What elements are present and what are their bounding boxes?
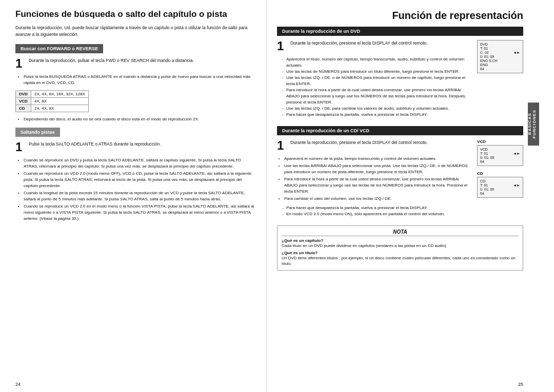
nota-a2: Un DVD tiene diferentes títulos ; por ej…	[282, 255, 519, 266]
cdvcd-bullet-2: Use las teclas ARRIBA/ ABAJO para selecc…	[284, 163, 473, 175]
table-cell-vcd-value: 4X, 8X	[31, 97, 89, 105]
dvd-display: DVD T: 01 C: 02◄► 0: 01: 09 ENG S.CH ENG…	[477, 40, 523, 73]
cdvcd-content: 1 Durante la reproducción, presione el t…	[277, 139, 473, 220]
buscar-bullets: Pulse la tecla BUSQUEDA ATRAS o ADELANTE…	[15, 74, 256, 86]
table-cell-dvd-label: DVD	[16, 90, 31, 97]
saltando-bullet-1: Cuando se reproduce un DVD y pulsa la te…	[24, 157, 256, 170]
saltando-bullets: Cuando se reproduce un DVD y pulsa la te…	[15, 157, 256, 222]
nota-q1: ¿Qué es un capítulo?	[282, 238, 519, 243]
buscar-bullet-2: Dependiendo del disco, el audio no se oi…	[24, 116, 256, 122]
cd-display-row-time: 0: 01: 09	[480, 188, 520, 191]
cdvcd-dash-2: En modo VCD 2.0 (modo menú ON), sólo apa…	[282, 211, 473, 217]
vcd-display-row-time: 0: 01: 09	[480, 156, 520, 159]
cd-display-row-t01: T: 01◄►	[480, 183, 520, 187]
buscar-step1-text: Durante la reproducción, pulsar el tecla…	[29, 57, 256, 64]
buscar-step1: 1 Durante la reproducción, pulsar el tec…	[15, 57, 256, 70]
saltando-step1: 1 Pulse la tecla SALTO ADELANTE o ATRAS …	[15, 141, 256, 153]
cdvcd-bullet-4: Para cambiar el valor del volumen, use l…	[284, 196, 473, 202]
dvd-display-row-c02: C: 02◄►	[480, 51, 520, 54]
dvd-display-row-eng2: ENG	[480, 63, 520, 67]
cdvcd-bullet-3: Para introducir la hora a partir de la c…	[284, 176, 473, 195]
cdvcd-step1-text: Durante la reproducción, presione el tec…	[290, 139, 473, 146]
page-number-left: 24	[15, 382, 21, 387]
right-page: Función de representación Durante la rep…	[267, 0, 539, 392]
dvd-step1-text: Durante la reproducción, presione el tec…	[290, 40, 473, 47]
dvd-dash-6: Para hacer que desaparezca la pantalla, …	[282, 112, 473, 118]
saltando-header: Saltando pistas	[15, 128, 60, 137]
table-cell-cd-value: 2X, 4X, 8X	[31, 105, 89, 112]
vcd-display-row-vcd: VCD	[480, 148, 520, 151]
saltando-step1-text: Pulse la tecla SALTO ADELANTE o ATRAS du…	[29, 141, 256, 148]
dvd-header: Durante la reproducción de un DVD	[277, 27, 523, 36]
cdvcd-bullet-1: Aparecerá el número de la pista, tiempo …	[284, 156, 473, 162]
buscar-bullet-1: Pulse la tecla BUSQUEDA ATRAS o ADELANTE…	[24, 74, 256, 86]
vcd-display: VCD T: 01◄► 0: 01: 09 64	[477, 145, 523, 166]
right-page-title: Función de representación	[277, 9, 523, 22]
nota-title: NOTA	[282, 229, 519, 236]
dvd-content: 1 Durante la reproducción, presione el t…	[277, 40, 473, 121]
dvd-step1: 1 Durante la reproducción, presione el t…	[277, 40, 473, 52]
step-number-2: 1	[15, 141, 25, 153]
cd-label: CD	[477, 171, 523, 176]
left-page-title: Funciones de búsqueda o salto del capítu…	[15, 9, 256, 19]
dvd-dash-5: Use las teclas IZQ. / DE. para cambiar l…	[282, 106, 473, 112]
step-number-1: 1	[15, 57, 25, 70]
table-cell-vcd-label: VCD	[16, 97, 31, 105]
nota-box: NOTA ¿Qué es un capítulo? Cada título en…	[277, 225, 523, 271]
vcd-display-section: VCD VCD T: 01◄► 0: 01: 09 64	[477, 139, 523, 168]
saltando-section: Saltando pistas 1 Pulse la tecla SALTO A…	[15, 128, 256, 222]
cdvcd-header: Durante la reproducción de un CD/ VCD	[277, 126, 523, 135]
cdvcd-step1: 1 Durante la reproducción, presione el t…	[277, 139, 473, 152]
dvd-dash-4: Para introducir la hora a partir de la c…	[282, 87, 473, 106]
table-row: CD 2X, 4X, 8X	[16, 105, 89, 112]
dvd-dash-2: Use las teclas de NÚMEROS para introduci…	[282, 69, 473, 75]
cdvcd-dash-1: Para hacer que desaparezca la pantalla, …	[282, 205, 473, 211]
side-tab-line1: FUNCIONESBÁSICAS	[527, 110, 537, 138]
saltando-bullet-3: Cuando la longitud de la pista exceda 15…	[24, 190, 256, 202]
cdvcd-step-num: 1	[277, 139, 286, 152]
table-cell-dvd-value: 2X, 4X, 8X, 16X, 32X, 128X	[31, 90, 89, 97]
dvd-dash-list: Aparecerá el título, número del capítulo…	[277, 56, 473, 118]
dvd-display-row-64: 64	[480, 67, 520, 71]
dvd-dash-3: Use las teclas IZQ. / DE. o de NÚMEROS p…	[282, 75, 473, 87]
dvd-display-row-dvd: DVD	[480, 43, 520, 46]
intro-text: Durante la reproducción, Ud. puede busca…	[15, 25, 256, 38]
dvd-display-area: DVD T: 01 C: 02◄► 0: 01: 09 ENG S.CH ENG…	[477, 40, 523, 121]
nota-q2: ¿Qué es un título?	[282, 251, 519, 255]
saltando-bullet-4: Cuando se reproduce un VCD 2.0 en el mod…	[24, 203, 256, 222]
saltando-bullet-2: Cuando se reproduce un VCD 2.0 (modo men…	[24, 171, 256, 189]
cd-display-row-cd: CD	[480, 179, 520, 183]
dvd-display-row-time: 0: 01: 09	[480, 55, 520, 58]
side-tab: FUNCIONESBÁSICAS	[528, 102, 539, 146]
vcd-cd-displays: VCD VCD T: 01◄► 0: 01: 09 64 CD CD T: 01…	[477, 139, 523, 220]
cd-display: CD T: 01◄► 0: 01: 09 64	[477, 177, 523, 198]
cdvcd-bullets: Aparecerá el número de la pista, tiempo …	[277, 156, 473, 202]
dvd-section: Durante la reproducción de un DVD 1 Dura…	[277, 27, 523, 121]
buscar-section: Buscar con FORWARD o REVERSE 1 Durante l…	[15, 44, 256, 122]
table-row: DVD 2X, 4X, 8X, 16X, 32X, 128X	[16, 90, 89, 97]
dvd-dash-1: Aparecerá el título, número del capítulo…	[282, 56, 473, 69]
page-number-right: 25	[518, 382, 523, 387]
cd-display-row-64: 64	[480, 192, 520, 195]
left-page: Funciones de búsqueda o salto del capítu…	[0, 0, 267, 392]
cdvcd-dash-list: Para hacer que desaparezca la pantalla, …	[277, 205, 473, 217]
cdvcd-section: Durante la reproducción de un CD/ VCD 1 …	[277, 126, 523, 220]
dvd-display-row-t01: T: 01	[480, 47, 520, 50]
dvd-step-num: 1	[277, 40, 286, 52]
cd-display-section: CD CD T: 01◄► 0: 01: 09 64	[477, 171, 523, 200]
vcd-display-row-64: 64	[480, 160, 520, 163]
speed-table: DVD 2X, 4X, 8X, 16X, 32X, 128X VCD 4X, 8…	[15, 90, 89, 112]
buscar-bullet2-list: Dependiendo del disco, el audio no se oi…	[15, 116, 256, 122]
vcd-display-row-t01: T: 01◄►	[480, 152, 520, 155]
table-cell-cd-label: CD	[16, 105, 31, 112]
dvd-display-row-eng: ENG S.CH	[480, 59, 520, 63]
table-row: VCD 4X, 8X	[16, 97, 89, 105]
buscar-header: Buscar con FORWARD o REVERSE	[15, 44, 103, 53]
nota-a1: Cada título en un DVD puede dividirse en…	[282, 243, 519, 249]
vcd-label: VCD	[477, 139, 523, 144]
